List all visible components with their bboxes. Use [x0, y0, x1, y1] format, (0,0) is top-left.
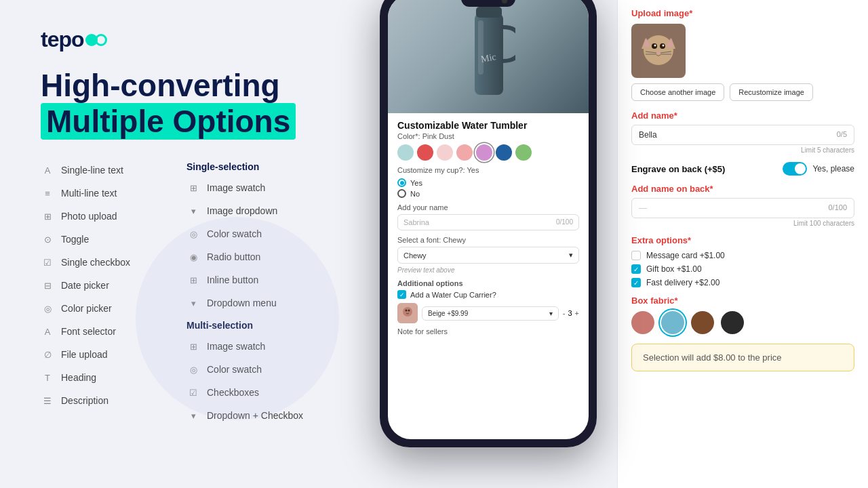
name-field-value: Bella	[639, 130, 657, 140]
back-input-field[interactable]: — 0/100	[631, 198, 854, 218]
radio-yes-dot[interactable]	[397, 178, 406, 187]
right-scroll: Upload image*	[618, 0, 868, 488]
carrier-product-row: Beige +$9.99 ▾ - 3 +	[397, 303, 579, 323]
fabric-swatch-black[interactable]	[721, 311, 744, 334]
carrier-checkbox-box[interactable]: ✓	[397, 290, 406, 299]
preview-text: Preview text above	[397, 266, 579, 274]
carrier-option: Beige +$9.99	[428, 310, 468, 317]
qty-plus-button[interactable]: +	[575, 309, 579, 317]
feature-label: Font selector	[61, 326, 116, 337]
svg-point-9	[644, 35, 673, 65]
upload-image-label: Upload image*	[631, 8, 854, 18]
headline-line2: Multiple Options	[41, 103, 296, 140]
extra-fast-delivery[interactable]: ✓ Fast delivery +$2.00	[631, 278, 854, 287]
fast-delivery-label: Fast delivery +$2.00	[646, 278, 719, 287]
qty-value: 3	[568, 309, 572, 317]
color-label: Color*: Pink Dust	[397, 132, 579, 140]
back-limit-note: Limit 100 characters	[631, 220, 854, 227]
feature-label: Color picker	[61, 303, 112, 314]
single-checkbox-icon: ☑	[41, 256, 54, 269]
message-card-label: Message card +$1.00	[646, 251, 725, 260]
back-name-label: Add name on back*	[631, 184, 854, 194]
phone-content: Mic Customizable Water Tumbler Color*: P…	[388, 0, 589, 439]
extra-required-asterisk: *	[688, 235, 691, 245]
price-banner: Selection will add $8.00 to the price	[631, 344, 854, 371]
radio-yes[interactable]: Yes	[397, 178, 579, 187]
gift-box-checkbox[interactable]: ✓	[631, 264, 641, 274]
name-required-asterisk: *	[674, 110, 677, 121]
svg-point-18	[656, 52, 660, 54]
extra-gift-box[interactable]: ✓ Gift box +$1.00	[631, 264, 854, 274]
headline: High-converting Multiple Options	[41, 68, 332, 140]
price-note: Selection will add $8.00 to the price	[643, 352, 782, 363]
message-card-checkbox[interactable]	[631, 251, 641, 260]
toggle-knob	[795, 163, 806, 174]
description-icon: ☰	[41, 394, 54, 407]
radio-no-dot[interactable]	[397, 189, 406, 198]
choose-another-image-button[interactable]: Choose another image	[631, 83, 724, 101]
fabric-swatch-pink[interactable]	[631, 311, 654, 334]
add-name-section: Add name* Bella 0/5 Limit 5 characters	[631, 110, 854, 154]
swatch-pink[interactable]	[456, 144, 473, 161]
note-label: Note for sellers	[397, 327, 579, 336]
fabric-swatch-blue[interactable]	[661, 311, 684, 334]
feature-label: Single checkbox	[61, 257, 130, 268]
carrier-select[interactable]: Beige +$9.99 ▾	[422, 306, 559, 321]
swatch-blue[interactable]	[496, 144, 512, 161]
recustomize-image-button[interactable]: Recustomize image	[730, 83, 813, 101]
name-label: Add your name	[397, 203, 579, 211]
product-title: Customizable Water Tumbler	[397, 120, 579, 131]
single-selection-title: Single-selection	[186, 161, 332, 172]
select-chevron-icon: ▾	[549, 310, 553, 317]
fast-delivery-checkbox[interactable]: ✓	[631, 278, 641, 287]
feature-label: Toggle	[61, 234, 89, 245]
svg-rect-2	[478, 20, 484, 75]
upload-image-section: Upload image*	[631, 8, 854, 101]
engrave-toggle[interactable]	[783, 162, 807, 176]
customize-label: Customize my cup?: Yes	[397, 166, 579, 174]
image-swatch-icon: ⊞	[186, 181, 200, 195]
upload-required-asterisk: *	[689, 8, 692, 18]
multi-line-text-icon: ≡	[41, 186, 54, 200]
feature-label: Date picker	[61, 280, 109, 291]
carrier-checkbox[interactable]: ✓ Add a Water Cup Carrier?	[397, 290, 579, 299]
feature-label: File upload	[61, 349, 108, 360]
tumbler-svg: Mic	[461, 0, 515, 108]
name-input[interactable]: Sabrina 0/100	[397, 214, 579, 230]
extra-options-label: Extra options*	[631, 235, 854, 245]
font-selector-icon: A	[41, 325, 54, 338]
svg-point-6	[406, 310, 408, 312]
box-fabric-label: Box fabric*	[631, 296, 854, 306]
name-char-count: 0/5	[837, 130, 847, 140]
file-upload-icon: ∅	[41, 348, 54, 361]
svg-rect-1	[476, 7, 502, 18]
font-select[interactable]: Chewy ▾	[397, 247, 579, 264]
name-limit-note: Limit 5 characters	[631, 146, 854, 154]
svg-point-12	[654, 45, 656, 47]
radio-no[interactable]: No	[397, 189, 579, 198]
extra-options-section: Extra options* Message card +$1.00 ✓ Gif…	[631, 235, 854, 287]
name-input-field[interactable]: Bella 0/5	[631, 125, 854, 145]
swatch-green[interactable]	[515, 144, 532, 161]
right-panel: Upload image*	[617, 0, 868, 488]
back-placeholder: —	[639, 203, 647, 213]
swatch-red[interactable]	[417, 144, 433, 161]
carrier-thumbnail	[397, 303, 418, 323]
svg-point-7	[408, 310, 410, 312]
image-dropdown-icon: ▾	[186, 204, 200, 218]
logo-text: tepo	[41, 27, 84, 52]
swatch-teal[interactable]	[397, 144, 414, 161]
name-count: 0/100	[556, 218, 573, 226]
phone-product-body: Customizable Water Tumbler Color*: Pink …	[388, 113, 589, 342]
qty-minus-button[interactable]: -	[563, 309, 566, 317]
radio-group: Yes No	[397, 178, 579, 198]
fabric-swatch-brown[interactable]	[691, 311, 714, 334]
extra-message-card[interactable]: Message card +$1.00	[631, 251, 854, 260]
feature-label: Multi-line text	[61, 188, 117, 199]
additional-label: Additional options	[397, 279, 579, 287]
logo: tepo	[41, 27, 332, 52]
feature-multi-line-text: ≡ Multi-line text	[41, 182, 186, 205]
swatch-light-pink[interactable]	[437, 144, 453, 161]
swatch-purple[interactable]	[476, 144, 492, 161]
photo-upload-icon: ⊞	[41, 209, 54, 223]
